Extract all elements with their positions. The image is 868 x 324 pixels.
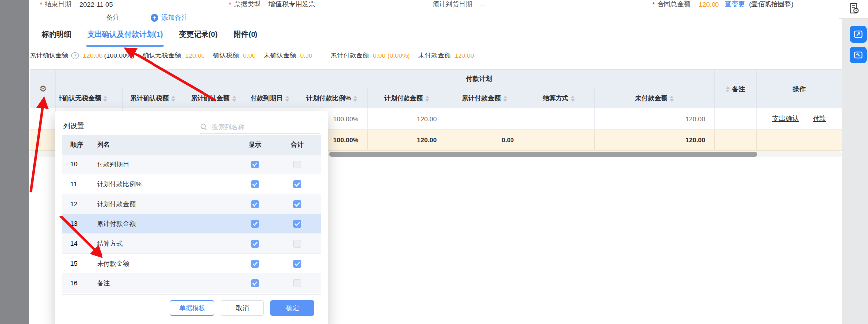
- tab-subject-detail[interactable]: 标的明细: [41, 28, 72, 47]
- required-asterisk: *: [40, 1, 42, 8]
- column-settings-popup: 列设置 顺序 列名 显示 合计 10 付款到期日 11: [55, 111, 328, 324]
- column-header-cum-confirmed-tax[interactable]: 累计确认税额: [123, 88, 183, 108]
- field-end-date: * 结束日期 2022-11-05: [40, 0, 113, 9]
- confirm-button[interactable]: 确定: [270, 300, 314, 316]
- tab-expense-payment-plan[interactable]: 支出确认及付款计划(1): [86, 28, 164, 47]
- field-label: 票据类型: [234, 0, 260, 9]
- tab-change-records[interactable]: 变更记录(0): [178, 28, 218, 47]
- column-header-plan-amount[interactable]: 计划付款金额: [368, 88, 446, 108]
- show-checkbox[interactable]: [251, 200, 259, 208]
- stat-paid-total: 累计付款金额0.00 (0.00%): [330, 51, 410, 60]
- remark-label: 备注: [106, 13, 120, 22]
- sort-caret-icon: [726, 86, 730, 92]
- pay-link[interactable]: 付款: [813, 115, 826, 122]
- top-right-toolbar: [839, 0, 868, 19]
- stats-divider: [322, 52, 322, 59]
- stat-confirmed-total: 累计确认金额 ? 120.00 (100.00%): [30, 51, 134, 60]
- stat-confirmed-notax: 确认无税金额120.00: [143, 51, 205, 60]
- cell-unpaid: 120.00: [595, 108, 715, 130]
- show-checkbox[interactable]: [251, 161, 259, 168]
- help-icon[interactable]: ?: [71, 52, 79, 59]
- fit-screen-button[interactable]: [850, 26, 867, 43]
- group-header-payment-plan: 付款计划: [244, 70, 715, 88]
- column-header-plan-ratio[interactable]: 计划付款比例%: [296, 88, 368, 108]
- stat-confirmed-tax: 确认税额0.00: [213, 51, 255, 60]
- sort-caret-icon: [171, 96, 175, 102]
- field-value: 增值税专用发票: [268, 0, 315, 9]
- column-list: 顺序 列名 显示 合计 10 付款到期日 11 计划付款比例% 12 计划付款金…: [62, 135, 321, 293]
- cell-note: [715, 108, 757, 130]
- summary-stats-bar: 累计确认金额 ? 120.00 (100.00%) 确认无税金额120.00 确…: [30, 51, 483, 60]
- sort-caret-icon: [353, 96, 357, 102]
- group-header-blank: [56, 70, 244, 88]
- cell-settle-method: [523, 108, 595, 130]
- list-item[interactable]: 13 累计付款金额: [62, 214, 321, 234]
- list-item[interactable]: 11 计划付款比例%: [62, 174, 321, 194]
- column-header-due-date[interactable]: 付款到期日: [244, 88, 296, 108]
- popup-footer: 单据模板 取消 确定: [62, 294, 321, 316]
- document-template-button[interactable]: 单据模板: [170, 300, 214, 316]
- sum-checkbox[interactable]: [293, 260, 301, 268]
- sort-caret-icon: [503, 96, 507, 102]
- sort-caret-icon: [571, 96, 575, 102]
- column-header-cum-confirmed-amount[interactable]: 累计确认金额: [183, 88, 244, 108]
- add-remark-link[interactable]: 添加备注: [151, 13, 188, 22]
- gear-icon[interactable]: ⚙: [39, 84, 47, 94]
- list-item[interactable]: 14 结算方式: [62, 234, 321, 254]
- list-item[interactable]: 12 计划付款金额: [62, 194, 321, 214]
- field-label: 结束日期: [45, 0, 71, 9]
- cell-actions: 支出确认 付款: [757, 108, 842, 130]
- popup-title: 列设置: [63, 122, 84, 134]
- expense-confirm-link[interactable]: 支出确认: [772, 115, 799, 122]
- stat-unconfirmed: 未确认金额0.00: [264, 51, 312, 60]
- column-header-settle-method[interactable]: 结算方式: [523, 88, 595, 108]
- column-header-note[interactable]: 备注: [715, 70, 757, 108]
- show-checkbox[interactable]: [251, 279, 259, 287]
- page: * 结束日期 2022-11-05 * 票据类型 增值税专用发票 预计到货日期 …: [0, 0, 868, 324]
- sum-plan-amount: 120.00: [368, 130, 446, 151]
- show-checkbox[interactable]: [251, 180, 259, 188]
- horizontal-scrollbar-thumb[interactable]: [329, 152, 757, 157]
- list-item[interactable]: 15 未付款金额: [62, 254, 321, 273]
- sum-unpaid: 120.00: [595, 130, 715, 151]
- left-gutter: [0, 0, 29, 324]
- sum-checkbox[interactable]: [293, 180, 301, 188]
- show-checkbox[interactable]: [251, 240, 259, 248]
- show-checkbox[interactable]: [251, 260, 259, 268]
- field-invoice-type: * 票据类型 增值税专用发票: [229, 0, 315, 9]
- cell-plan-amount: 120.00: [368, 108, 446, 130]
- column-search: [200, 123, 320, 134]
- required-asterisk: *: [229, 1, 231, 8]
- document-history-icon[interactable]: [847, 2, 860, 17]
- column-list-header: 顺序 列名 显示 合计: [62, 135, 321, 155]
- sort-caret-icon: [232, 96, 236, 102]
- show-checkbox[interactable]: [251, 220, 259, 228]
- column-search-input[interactable]: [212, 123, 320, 131]
- tab-bar: 标的明细 支出确认及付款计划(1) 变更记录(0) 附件(0): [41, 28, 258, 47]
- sum-checkbox[interactable]: [293, 200, 301, 208]
- sort-caret-icon: [285, 96, 289, 102]
- field-value: 2022-11-05: [79, 1, 113, 8]
- sum-cum-paid: 0.00: [446, 130, 523, 151]
- expand-view-button[interactable]: [850, 47, 867, 63]
- list-item[interactable]: 16 备注: [62, 273, 321, 293]
- sum-checkbox[interactable]: [293, 279, 301, 287]
- sort-caret-icon: [103, 96, 107, 102]
- sum-checkbox[interactable]: [293, 220, 301, 228]
- amount-in-words: (壹佰贰拾圆整): [749, 0, 794, 9]
- column-header-unpaid[interactable]: 未付款金额: [595, 88, 715, 108]
- cancel-button[interactable]: 取消: [221, 300, 264, 316]
- column-settings-gear-cell: ⚙: [30, 70, 56, 108]
- column-header-confirmed-notax[interactable]: 计确认无税金额: [56, 88, 123, 108]
- column-header-actions: 操作: [757, 70, 842, 108]
- sum-checkbox[interactable]: [293, 240, 301, 248]
- view-changes-link[interactable]: 查变更: [725, 0, 745, 9]
- cell-cum-paid: [446, 108, 523, 130]
- tab-attachments[interactable]: 附件(0): [233, 28, 258, 47]
- list-item[interactable]: 10 付款到期日: [62, 155, 321, 174]
- search-icon: [200, 123, 207, 131]
- field-contract-total: * 合同总金额 120.00 查变更 (壹佰贰拾圆整): [652, 0, 794, 9]
- sum-checkbox[interactable]: [293, 161, 301, 168]
- column-header-cum-paid[interactable]: 累计付款金额: [446, 88, 523, 108]
- field-expected-arrival: 预计到货日期 --: [432, 0, 485, 9]
